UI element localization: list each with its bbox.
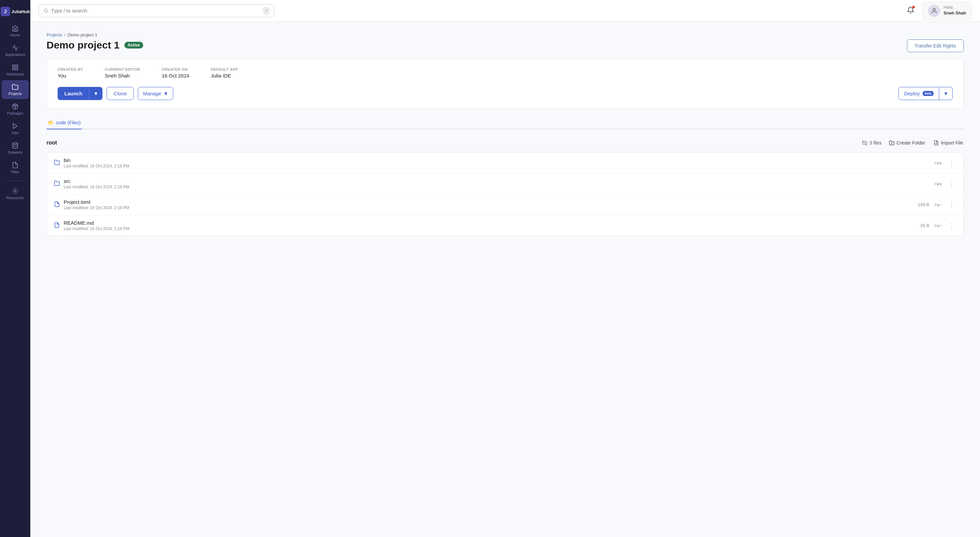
deploy-button[interactable]: Deploy beta ▼ [899, 87, 953, 100]
launch-button[interactable]: Launch ▼ [57, 87, 102, 100]
sidebar-item-label: Projects [8, 92, 22, 96]
file-permissions: rw– [934, 202, 942, 207]
files-count: 3 files [862, 140, 882, 146]
sidebar-nav: Home Applications Notebooks Projects Pac… [0, 22, 30, 533]
file-section-header: root 3 files Create Folder Import File [46, 135, 964, 151]
file-meta: Last modified: 16 Oct 2024, 2:16 PM [64, 226, 913, 231]
file-section-actions: 3 files Create Folder Import File [862, 139, 964, 147]
svg-rect-0 [13, 65, 15, 67]
sidebar: J JuliaHub Home Applications Notebooks P… [0, 0, 30, 537]
avatar [928, 5, 940, 17]
files-count-label: 3 files [869, 140, 882, 146]
datasets-icon [12, 142, 19, 149]
svg-line-10 [47, 11, 48, 13]
search-icon [43, 8, 49, 13]
home-icon [12, 25, 19, 32]
notification-bell[interactable] [904, 4, 917, 18]
search-input[interactable] [51, 8, 261, 13]
folder-icon [54, 180, 60, 187]
svg-point-7 [13, 143, 18, 145]
file-meta: Last modified: 16 Oct 2024, 2:16 PM [64, 184, 934, 189]
sidebar-item-home[interactable]: Home [2, 22, 29, 40]
info-meta: CREATED BY You CURRENT EDITOR Sneh Shah … [57, 67, 953, 79]
table-row[interactable]: bin Last modified: 16 Oct 2024, 2:16 PM … [47, 153, 964, 173]
transfer-edit-rights-button[interactable]: Transfer Edit Rights [907, 40, 964, 52]
file-more-button[interactable]: ⋮ [947, 159, 957, 167]
default-app-field: DEFAULT APP Julia IDE [211, 67, 238, 79]
folder-icon [54, 159, 60, 167]
current-editor-value: Sneh Shah [105, 73, 130, 78]
svg-rect-3 [13, 68, 15, 70]
deploy-beta-badge: beta [923, 91, 934, 96]
create-folder-label: Create Folder [896, 140, 925, 146]
import-file-button[interactable]: Import File [933, 139, 964, 147]
svg-rect-2 [16, 68, 18, 70]
search-kbd: / [264, 7, 269, 14]
packages-icon [12, 103, 19, 110]
sidebar-item-label: Applications [5, 52, 25, 57]
file-size: 189 B [913, 202, 929, 207]
manage-dropdown-arrow: ▼ [164, 91, 169, 96]
svg-point-11 [933, 8, 935, 10]
user-menu[interactable]: Hello, Sneh Shah [923, 2, 972, 20]
applications-icon [12, 44, 19, 51]
breadcrumb: Projects / Demo project 1 [46, 32, 964, 37]
search-bar[interactable]: / [38, 5, 274, 17]
import-file-icon [934, 140, 939, 146]
sidebar-item-label: Resources [6, 196, 24, 200]
created-by-value: You [57, 73, 66, 78]
table-row[interactable]: README.md Last modified: 16 Oct 2024, 2:… [47, 215, 964, 236]
sidebar-item-label: Datasets [8, 150, 22, 154]
file-more-button[interactable]: ⋮ [947, 221, 957, 230]
file-permissions: rw– [934, 223, 942, 228]
file-info: src Last modified: 16 Oct 2024, 2:16 PM [64, 178, 934, 189]
notification-badge [912, 6, 915, 8]
greeting-name: Sneh Shah [943, 10, 966, 16]
sidebar-item-jobs[interactable]: Jobs [2, 119, 29, 138]
files-icon [12, 162, 19, 168]
default-app-value: Julia IDE [211, 73, 231, 78]
sidebar-item-label: Jobs [11, 131, 19, 135]
tab-code-files[interactable]: 📁 code (Files) [46, 116, 82, 129]
create-folder-button[interactable]: Create Folder [888, 139, 926, 147]
logo-icon: J [1, 7, 10, 16]
sidebar-item-label: Notebooks [6, 72, 24, 76]
sidebar-item-notebooks[interactable]: Notebooks [2, 60, 29, 79]
file-name: Project.toml [64, 199, 913, 205]
sidebar-item-packages[interactable]: Packages [2, 100, 29, 119]
file-more-button[interactable]: ⋮ [947, 200, 957, 209]
file-more-button[interactable]: ⋮ [947, 180, 957, 188]
launch-dropdown-arrow[interactable]: ▼ [89, 87, 102, 100]
create-folder-icon [889, 140, 894, 146]
manage-button-label: Manage [143, 91, 161, 96]
file-info: bin Last modified: 16 Oct 2024, 2:16 PM [64, 157, 934, 168]
svg-rect-1 [16, 65, 18, 67]
current-editor-label: CURRENT EDITOR [105, 67, 140, 71]
table-row[interactable]: src Last modified: 16 Oct 2024, 2:16 PM … [47, 173, 964, 194]
created-on-value: 16 Oct 2024 [162, 73, 189, 78]
root-label: root [46, 140, 57, 146]
created-by-field: CREATED BY You [57, 67, 83, 79]
file-size: 39 B [913, 223, 929, 228]
deploy-button-main[interactable]: Deploy beta [899, 87, 939, 100]
manage-button[interactable]: Manage ▼ [138, 87, 173, 100]
project-title-row: Demo project 1 Active [46, 40, 143, 51]
main-wrapper: / Hello, Sneh Shah Projects / Demo proje… [30, 0, 980, 537]
deploy-dropdown-arrow[interactable]: ▼ [939, 87, 952, 100]
eye-off-icon [862, 140, 867, 146]
sidebar-item-projects[interactable]: Projects [2, 80, 29, 99]
sidebar-item-applications[interactable]: Applications [2, 41, 29, 60]
launch-button-label: Launch [57, 87, 89, 100]
file-icon [54, 201, 60, 208]
breadcrumb-parent[interactable]: Projects [46, 32, 62, 37]
tab-label: code (Files) [56, 120, 81, 126]
svg-line-4 [14, 105, 16, 106]
project-header: Demo project 1 Active Transfer Edit Righ… [46, 40, 964, 52]
table-row[interactable]: Project.toml Last modified: 16 Oct 2024,… [47, 194, 964, 215]
default-app-label: DEFAULT APP [211, 67, 238, 71]
sidebar-item-datasets[interactable]: Datasets [2, 139, 29, 158]
current-editor-field: CURRENT EDITOR Sneh Shah [105, 67, 140, 79]
sidebar-item-resources[interactable]: Resources [2, 184, 29, 203]
clone-button[interactable]: Clone [107, 87, 134, 100]
sidebar-item-files[interactable]: Files [2, 158, 29, 177]
